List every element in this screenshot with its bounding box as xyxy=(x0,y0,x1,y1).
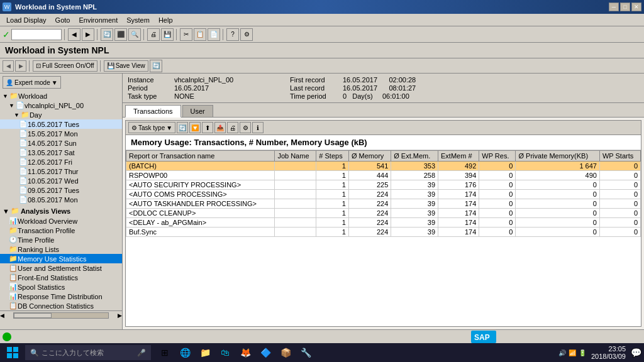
settings-btn[interactable]: ⚙ xyxy=(240,28,253,41)
tree-date-6[interactable]: 📄 10.05.2017 Wed xyxy=(0,176,122,185)
table-cell-5-3: 224 xyxy=(348,209,391,218)
app-icon-7[interactable]: 🔧 xyxy=(297,344,314,361)
tree-spool-statistics[interactable]: 📊 Spool Statistics xyxy=(0,282,122,292)
close-button[interactable]: ✕ xyxy=(631,3,641,11)
tree-instance[interactable]: ▼ 📄 vhcalnplci_NPL_00 xyxy=(0,101,122,110)
task-type-button[interactable]: ⚙ Task type ▼ xyxy=(128,122,175,133)
explorer-icon[interactable]: 📁 xyxy=(196,344,214,361)
tree-ranking-lists[interactable]: 📁 Ranking Lists xyxy=(0,244,122,254)
period-label: Period xyxy=(128,84,172,92)
help-icon-btn[interactable]: ? xyxy=(226,28,239,41)
nav-back-btn[interactable]: ◀ xyxy=(3,60,14,72)
table-row[interactable]: <DELAY - ab_APGMain>122439174000 xyxy=(126,218,641,228)
tree-date-3[interactable]: 📄 13.05.2017 Sat xyxy=(0,148,122,157)
tab-transactions[interactable]: Transactions xyxy=(125,105,181,118)
table-cell-4-4: 39 xyxy=(391,199,438,209)
back-btn[interactable]: ◀ xyxy=(68,28,80,41)
refresh-view-btn[interactable]: 🔄 xyxy=(150,60,162,72)
scroll-left-btn[interactable]: ◀ xyxy=(0,312,4,319)
tree-workload-root[interactable]: ▼ 📁 Workload xyxy=(0,91,122,101)
copy-btn[interactable]: 📋 xyxy=(194,28,206,41)
left-panel-hscroll[interactable]: ◀ ▶ xyxy=(0,310,122,319)
tree-date-7[interactable]: 📄 09.05.2017 Tues xyxy=(0,185,122,195)
tree-date-2[interactable]: 📄 14.05.2017 Sun xyxy=(0,138,122,148)
table-sort-btn[interactable]: ⬆ xyxy=(202,122,213,133)
table-row[interactable]: RSPOWP00144425839404900 xyxy=(126,171,641,180)
menu-load-display[interactable]: Load Display xyxy=(3,16,50,25)
minimize-button[interactable]: ─ xyxy=(609,3,619,11)
scroll-right-btn[interactable]: ▶ xyxy=(118,312,122,319)
tree-time-profile[interactable]: 🕐 Time Profile xyxy=(0,235,122,244)
tree-date-0[interactable]: 📄 16.05.2017 Tues xyxy=(0,119,122,129)
table-row[interactable]: (BATCH)154135349201 6470 xyxy=(126,162,641,171)
fullscreen-button[interactable]: ⊡ Full Screen On/Off xyxy=(33,60,97,72)
table-col-btn[interactable]: ⚙ xyxy=(240,122,251,133)
stop-btn[interactable]: ⬛ xyxy=(114,28,127,41)
firefox-icon[interactable]: 🦊 xyxy=(236,344,254,361)
table-cell-1-3: 444 xyxy=(348,171,391,180)
table-cell-3-0: <AUTO COMS PROCESSING> xyxy=(126,190,275,199)
menu-bar: Load Display Goto Environment System Hel… xyxy=(0,14,644,26)
table-filter-btn[interactable]: 🔽 xyxy=(189,122,201,133)
print-btn[interactable]: 🖨 xyxy=(147,28,160,41)
system-tray: 🔊 📶 🔋 xyxy=(558,349,586,356)
task-view-btn[interactable]: ⊞ xyxy=(156,344,174,361)
menu-goto[interactable]: Goto xyxy=(52,16,74,25)
notification-btn[interactable]: 💬 xyxy=(631,348,641,358)
table-info-btn[interactable]: ℹ xyxy=(252,122,264,133)
nav-forward-btn[interactable]: ▶ xyxy=(15,60,26,72)
tree-transaction-profile[interactable]: 📁 Transaction Profile xyxy=(0,226,122,235)
first-record-date: 16.05.2017 xyxy=(343,76,377,84)
app-icon-5[interactable]: 🔷 xyxy=(257,344,274,361)
edge-icon[interactable]: 🌐 xyxy=(176,344,194,361)
app-icon-6[interactable]: 📦 xyxy=(277,344,294,361)
table-export-btn[interactable]: 📤 xyxy=(214,122,226,133)
menu-system[interactable]: System xyxy=(123,16,153,25)
maximize-button[interactable]: □ xyxy=(620,3,630,11)
save-view-button[interactable]: 💾 Save View xyxy=(104,60,148,72)
scroll-thumb[interactable] xyxy=(14,313,52,318)
clock-area[interactable]: 23:05 2018/03/09 xyxy=(591,345,626,360)
analysis-views-header[interactable]: ▼ 📁 Analysis Views xyxy=(0,206,122,216)
start-button[interactable] xyxy=(0,343,25,362)
table-row[interactable]: Buf.Sync122439174000 xyxy=(126,228,641,237)
menu-environment[interactable]: Environment xyxy=(75,16,121,25)
table-row[interactable]: <AUTO TASKHANDLER PROCESSING>12243917400… xyxy=(126,199,641,209)
table-row[interactable]: <DDLOC CLEANUP>122439174000 xyxy=(126,209,641,218)
table-cell-4-6: 0 xyxy=(479,199,516,209)
table-cell-7-5: 174 xyxy=(438,228,479,237)
tree-day[interactable]: ▼ 📁 Day xyxy=(0,110,122,119)
menu-help[interactable]: Help xyxy=(155,16,177,25)
taskbar-search-box[interactable]: 🔍 ここに入力して検索 🎤 xyxy=(25,345,151,360)
tree-date-5[interactable]: 📄 11.05.2017 Thur xyxy=(0,167,122,176)
tree-date-4[interactable]: 📄 12.05.2017 Fri xyxy=(0,157,122,167)
refresh-btn[interactable]: 🔄 xyxy=(101,28,113,41)
db-connection-icon: 📋 xyxy=(9,302,18,310)
tree-db-connection[interactable]: 📋 DB Connection Statistics xyxy=(0,301,122,310)
app-icon: W xyxy=(3,3,11,11)
save-btn[interactable]: 💾 xyxy=(161,28,174,41)
table-print-btn[interactable]: 🖨 xyxy=(227,122,238,133)
tree-date-8[interactable]: 📄 08.05.2017 Mon xyxy=(0,195,122,204)
expert-mode-button[interactable]: 👤 Expert mode ▼ xyxy=(3,76,61,89)
table-refresh-btn[interactable]: 🔄 xyxy=(177,122,188,133)
tab-user[interactable]: User xyxy=(182,105,213,117)
table-row[interactable]: <AUTO SECURITY PROCESSING>122539176000 xyxy=(126,180,641,190)
col-header-steps: # Steps xyxy=(316,151,349,162)
table-cell-2-6: 0 xyxy=(479,180,516,190)
scroll-track[interactable] xyxy=(13,312,109,319)
tree-date-1[interactable]: 📄 15.05.2017 Mon xyxy=(0,129,122,138)
store-icon[interactable]: 🛍 xyxy=(216,344,234,361)
command-input[interactable] xyxy=(11,29,62,40)
tree-frontend-statistics[interactable]: 📋 Front-End Statistics xyxy=(0,273,122,282)
search-btn[interactable]: 🔍 xyxy=(128,28,141,41)
cut-btn[interactable]: ✂ xyxy=(180,28,192,41)
tree-response-time-dist[interactable]: 📊 Response Time Distribution xyxy=(0,292,122,301)
paste-btn[interactable]: 📄 xyxy=(208,28,220,41)
tree-memory-use-statistics[interactable]: 📁 Memory Use Statistics xyxy=(0,254,122,263)
tree-workload-overview[interactable]: 📊 Workload Overview xyxy=(0,216,122,226)
table-row[interactable]: <AUTO COMS PROCESSING>122439174000 xyxy=(126,190,641,199)
tree-user-settlement[interactable]: 📋 User and Settlement Statist xyxy=(0,263,122,273)
table-cell-4-2: 1 xyxy=(316,199,349,209)
forward-btn[interactable]: ▶ xyxy=(82,28,94,41)
